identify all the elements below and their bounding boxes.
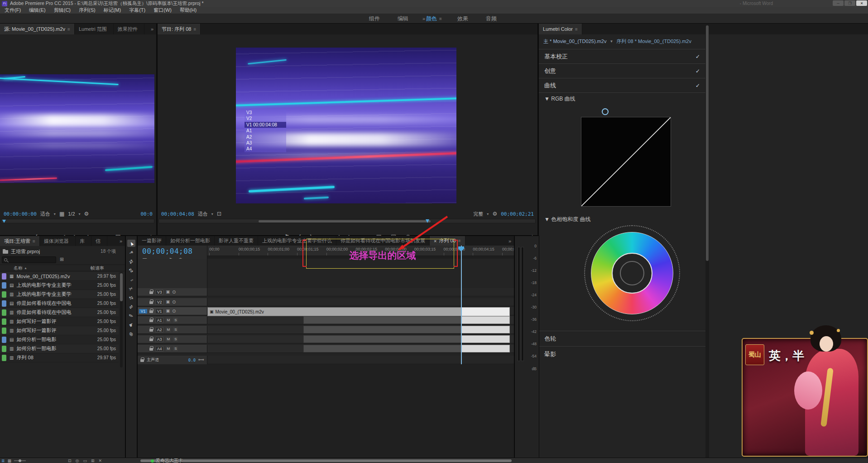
hue-saturation-curves-header[interactable]: ▼ 色相饱和度 曲线 — [539, 213, 705, 226]
mute-button[interactable]: M — [166, 346, 171, 351]
panel-menu-icon[interactable]: ≡ — [67, 27, 70, 32]
workspace-tab[interactable]: 组件 — [369, 15, 382, 23]
filter-bin-icon[interactable]: ⊞ — [60, 257, 64, 262]
program-tab[interactable]: 节目: 序列 08 ≡ — [158, 24, 201, 34]
mute-button[interactable]: M — [166, 337, 171, 342]
solo-button[interactable]: S — [173, 337, 178, 342]
lumetri-master-clip-label[interactable]: 主 * Movie_00_(TD025).m2v — [543, 38, 606, 45]
program-quality-select[interactable]: 完整 — [473, 211, 483, 217]
lumetri-section-header[interactable]: 基本校正 ✓ — [539, 49, 705, 63]
audio-track-lane[interactable] — [207, 326, 514, 334]
program-zoom-range-bar[interactable] — [259, 220, 431, 222]
solo-button[interactable]: S — [173, 318, 178, 323]
project-item-row[interactable]: ▤ 如何分析一部电影 25.00 fps — [0, 335, 119, 344]
settings-gear-icon[interactable]: ⚙ — [492, 211, 497, 217]
workspace-tab[interactable]: 颜色 ≡ — [426, 15, 442, 23]
source-playhead-caret[interactable] — [2, 220, 6, 223]
label-color-chip[interactable] — [2, 346, 6, 352]
project-footer-icon[interactable]: ✕ — [98, 458, 102, 463]
panel-overflow-icon[interactable]: » — [117, 236, 125, 246]
sync-lock-icon[interactable]: ▣ — [166, 290, 170, 294]
label-color-chip[interactable] — [2, 337, 6, 343]
tool-button[interactable]: ⇅ — [127, 267, 135, 274]
audio-clip[interactable] — [303, 316, 461, 324]
audio-track-lane[interactable] — [207, 345, 514, 353]
source-tab[interactable]: 效果控件 — [114, 24, 144, 34]
panel-overflow-icon[interactable]: » — [506, 236, 514, 246]
section-enabled-check-icon[interactable]: ✓ — [695, 82, 700, 89]
audio-clip[interactable] — [303, 335, 461, 343]
label-color-chip[interactable] — [2, 309, 6, 316]
track-name-badge[interactable]: A4 — [155, 346, 163, 352]
solo-button[interactable]: S — [173, 346, 178, 351]
lumetri-sequence-clip-label[interactable]: 序列 08 * Movie_00_(TD025).m2v — [616, 38, 691, 45]
panel-menu-icon[interactable]: ≡ — [575, 27, 578, 32]
master-gain-value[interactable]: 0.0 — [188, 358, 196, 362]
hue-swatch-dot[interactable] — [592, 323, 596, 328]
video-track-lane[interactable] — [207, 288, 514, 296]
game-ad-overlay[interactable]: 蜀山 英，半 — [738, 324, 868, 458]
timeline-playhead[interactable] — [461, 246, 462, 364]
audio-clip-selected[interactable] — [461, 345, 510, 352]
project-item-row[interactable]: ▥ 你是如何看待现在中国电 25.00 fps — [0, 308, 119, 317]
label-color-chip[interactable] — [2, 328, 6, 334]
label-color-chip[interactable] — [2, 355, 6, 361]
rgb-curve-editor[interactable] — [581, 117, 671, 207]
hue-swatch-dot[interactable] — [614, 323, 619, 328]
tool-button[interactable]: ☛ — [127, 321, 135, 328]
sequence-tab[interactable]: 如何分析一部电影 — [166, 236, 215, 246]
icon-view-icon[interactable]: ▦ — [8, 458, 12, 463]
source-tab[interactable]: 源: Movie_00_(TD025).m2v ≡ — [0, 24, 75, 34]
track-name-badge[interactable]: V3 — [155, 289, 163, 295]
menu-item[interactable]: 剪辑(C) — [54, 7, 71, 14]
sequence-tab[interactable]: 影评人重不重要 — [215, 236, 258, 246]
tool-button[interactable]: ⇌ — [127, 303, 135, 310]
project-footer-icon[interactable]: ⊞ — [91, 458, 95, 463]
project-item-row[interactable]: ▥ 如何分析一部电影 25.00 fps — [0, 344, 119, 353]
audio-track-header[interactable]: A1 M S — [138, 316, 207, 324]
menu-item[interactable]: 字幕(T) — [129, 7, 145, 14]
lock-icon[interactable] — [149, 348, 153, 351]
project-footer-icon[interactable]: ◎ — [76, 458, 79, 463]
hue-swatch-dot[interactable] — [603, 323, 608, 328]
panel-menu-icon[interactable]: ≡ — [439, 16, 442, 21]
audio-track-header[interactable]: A4 M S — [138, 345, 207, 353]
track-visibility-eye-icon[interactable]: ⊙ — [172, 300, 176, 304]
close-tab-icon[interactable]: × — [434, 238, 436, 244]
project-tab[interactable]: 媒体浏览器 — [40, 236, 76, 246]
track-name-badge[interactable]: A1 — [155, 318, 163, 323]
project-tab[interactable]: 项目:王培雷 ≡ — [0, 236, 40, 246]
label-color-chip[interactable] — [2, 282, 6, 289]
list-view-icon[interactable]: ≣ — [1, 458, 5, 463]
project-item-row[interactable]: ▦ Movie_00_(TD025).m2v 29.97 fps — [0, 272, 119, 281]
menu-item[interactable]: 序列(S) — [79, 7, 96, 14]
rgb-curves-header[interactable]: ▼ RGB 曲线 — [539, 92, 705, 105]
hue-swatch-dot[interactable] — [637, 323, 642, 328]
maximize-button[interactable]: ❐ — [844, 0, 855, 6]
workspace-tab[interactable]: 效果 — [457, 15, 470, 23]
hue-swatch-dot[interactable] — [626, 323, 630, 328]
menu-item[interactable]: 帮助(H) — [180, 7, 197, 14]
track-name-badge[interactable]: V1 — [155, 309, 163, 314]
timeline-ruler[interactable]: 00;0000;00;00;1500;00;01;0000;00;01;1500… — [207, 246, 514, 256]
sequence-tab[interactable]: 你是如何看待现在中国电影市场的发展 — [336, 236, 430, 246]
master-track-lane[interactable] — [207, 356, 514, 364]
lumetri-tab[interactable]: Lumetri Color ≡ — [539, 24, 582, 34]
project-footer-icon[interactable]: ⊡ — [68, 458, 72, 463]
track-name-badge[interactable]: A2 — [155, 327, 163, 333]
audio-track-header[interactable]: A2 M S — [138, 326, 207, 334]
label-color-chip[interactable] — [2, 300, 6, 307]
lock-icon[interactable] — [140, 359, 144, 362]
source-scrubber[interactable] — [1, 219, 154, 223]
project-bin-row[interactable]: 王培雷.prproj 18 个项 — [0, 248, 125, 255]
menu-item[interactable]: 窗口(W) — [153, 7, 172, 14]
program-fit-select[interactable]: 适合 — [198, 211, 208, 217]
project-scrollbar[interactable] — [120, 272, 123, 367]
keyframe-toggle-icon[interactable]: ⟺ — [198, 358, 204, 362]
video-track-lane[interactable] — [207, 298, 514, 306]
project-item-row[interactable]: ▤ 你是如何看待现在中国电 25.00 fps — [0, 299, 119, 308]
project-item-row[interactable]: ▥ 序列 08 29.97 fps — [0, 353, 119, 362]
project-item-row[interactable]: ▥ 如何写好一篇影评 25.00 fps — [0, 326, 119, 335]
source-fit-select[interactable]: 适合 — [40, 211, 50, 217]
track-name-badge[interactable]: A3 — [155, 337, 163, 342]
